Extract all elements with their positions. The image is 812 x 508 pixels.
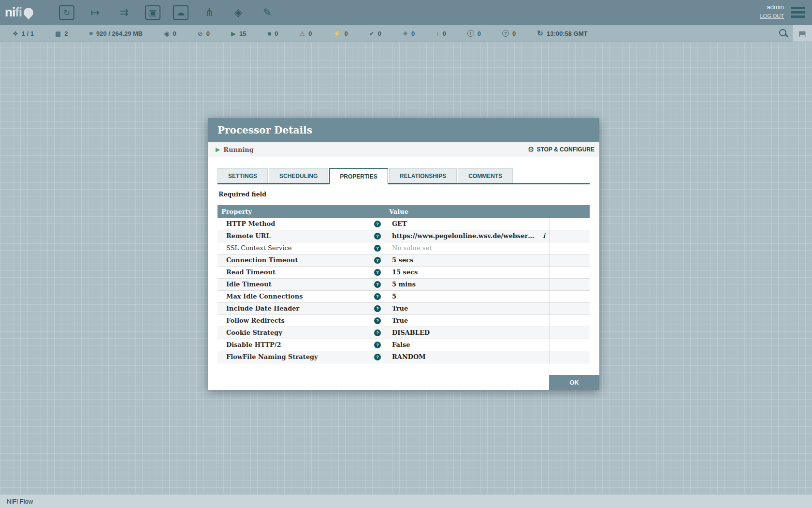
- property-value: RANDOM: [392, 353, 426, 360]
- search-button[interactable]: [779, 29, 788, 38]
- property-value-cell: 5: [385, 291, 550, 302]
- help-icon[interactable]: ?: [374, 305, 381, 312]
- nifi-logo: nifi: [5, 5, 33, 20]
- property-name: Include Date Header: [226, 305, 299, 312]
- stop-configure-icon: ⚙: [528, 145, 534, 154]
- property-name-cell: Connection Timeout?: [218, 254, 385, 266]
- tab-properties[interactable]: PROPERTIES: [329, 168, 388, 184]
- top-toolbar: nifi ↻↦⇉▣☁⋔◈✎ admin LOG OUT: [0, 0, 812, 25]
- tab-comments[interactable]: COMMENTS: [458, 168, 513, 183]
- property-value: https://www.pegelonline.wsv.de/webservic…: [392, 232, 550, 239]
- property-row-spacer: [550, 327, 590, 339]
- property-row-spacer: [550, 267, 590, 278]
- tab-settings[interactable]: SETTINGS: [218, 168, 268, 183]
- property-row-spacer: [550, 303, 590, 314]
- processor-icon[interactable]: ↻: [59, 5, 74, 20]
- tab-scheduling[interactable]: SCHEDULING: [269, 168, 328, 183]
- status-sync-failure: ?0: [502, 30, 516, 37]
- property-column-header: Property: [218, 205, 385, 218]
- property-value: True: [392, 317, 408, 324]
- property-name-cell: HTTP Method?: [218, 218, 385, 230]
- invalid-icon: ⚠: [299, 30, 305, 37]
- help-icon[interactable]: ?: [374, 317, 381, 324]
- stale-icon: ↑: [436, 30, 439, 37]
- label-icon[interactable]: ✎: [259, 4, 276, 21]
- property-row-spacer: [550, 242, 590, 254]
- help-icon[interactable]: ?: [374, 257, 381, 264]
- status-sync-failure-count: 0: [512, 30, 516, 37]
- logout-link[interactable]: LOG OUT: [760, 12, 784, 20]
- help-icon[interactable]: ?: [374, 293, 381, 300]
- status-invalid: ⚠0: [299, 30, 312, 37]
- output-port-icon[interactable]: ⇉: [116, 4, 132, 21]
- ok-button[interactable]: OK: [549, 375, 599, 390]
- threads-icon: ▦: [55, 30, 61, 37]
- property-name-cell: Follow Redirects?: [218, 315, 385, 327]
- property-value: 15 secs: [392, 269, 418, 276]
- status-transmitting-count: 0: [173, 30, 176, 37]
- running-icon: ▶: [216, 146, 220, 153]
- property-row: Include Date Header?True: [218, 303, 590, 315]
- value-column-header: Value: [385, 205, 550, 218]
- property-value-cell: No value set: [385, 242, 550, 254]
- stop-and-configure-button[interactable]: ⚙ STOP & CONFIGURE: [528, 142, 594, 157]
- property-row: Max Idle Connections?5: [218, 291, 590, 303]
- nifi-drop-icon: [22, 5, 35, 19]
- property-name: FlowFile Naming Strategy: [226, 353, 318, 360]
- property-value: DISABLED: [392, 329, 430, 336]
- help-icon[interactable]: ?: [374, 354, 381, 360]
- remote-process-group-icon[interactable]: ☁: [173, 5, 188, 20]
- process-group-icon[interactable]: ▣: [145, 5, 160, 20]
- status-stale: ↑0: [436, 30, 446, 37]
- status-cluster-count: 1 / 1: [22, 30, 34, 37]
- status-disabled: ⚡0: [333, 30, 348, 37]
- property-value-cell: False: [385, 339, 550, 351]
- property-row: FlowFile Naming Strategy?RANDOM: [218, 351, 590, 363]
- queued-icon: ≡: [89, 30, 93, 37]
- properties-table: Property Value HTTP Method?GETRemote URL…: [218, 205, 590, 364]
- disabled-icon: ⚡: [333, 30, 341, 37]
- property-value: 5 mins: [392, 281, 416, 288]
- processor-details-dialog: Processor Details ▶ Running ⚙ STOP & CON…: [208, 118, 599, 390]
- property-name-cell: Include Date Header?: [218, 303, 385, 314]
- template-icon[interactable]: ◈: [230, 4, 246, 21]
- property-name: HTTP Method: [226, 220, 275, 227]
- property-name: Read Timeout: [226, 269, 276, 276]
- logo-text: nifi: [5, 5, 22, 20]
- status-up-to-date-count: 0: [378, 30, 381, 37]
- status-stale-count: 0: [443, 30, 446, 37]
- property-row-spacer: [550, 363, 590, 364]
- stopped-icon: ■: [267, 30, 271, 37]
- status-stopped-count: 0: [275, 30, 278, 37]
- property-row: SSL Context Service?No value set: [218, 242, 590, 254]
- property-value-cell: RANDOM: [385, 351, 550, 363]
- last-refreshed-time: 13:00:58 GMT: [547, 30, 588, 37]
- help-icon[interactable]: ?: [374, 245, 381, 252]
- breadcrumb-root[interactable]: NiFi Flow: [7, 498, 33, 505]
- funnel-icon[interactable]: ⋔: [201, 4, 218, 21]
- document-icon: ▤: [798, 29, 806, 38]
- dialog-title: Processor Details: [218, 118, 599, 142]
- global-menu-button[interactable]: [791, 7, 805, 20]
- help-icon[interactable]: ?: [374, 342, 381, 348]
- tab-relationships[interactable]: RELATIONSHIPS: [389, 168, 457, 183]
- flow-settings-button[interactable]: ▤: [793, 25, 812, 42]
- help-icon[interactable]: ?: [374, 221, 381, 227]
- status-up-to-date: ✔0: [369, 30, 381, 37]
- status-queued: ≡920 / 264.29 MB: [89, 30, 143, 37]
- property-value-cell: https://www.pegelonline.wsv.de/webservic…: [385, 230, 550, 242]
- help-icon[interactable]: ?: [374, 233, 381, 239]
- property-value: False: [392, 341, 410, 348]
- refresh-control[interactable]: ↻ 13:00:58 GMT: [537, 29, 587, 38]
- info-icon[interactable]: i: [543, 230, 545, 242]
- property-value: GET: [392, 220, 407, 227]
- property-row: HTTP Method?GET: [218, 218, 590, 230]
- up-to-date-icon: ✔: [369, 30, 375, 37]
- property-row: Idle Timeout?5 mins: [218, 279, 590, 291]
- input-port-icon[interactable]: ↦: [87, 4, 103, 21]
- help-icon[interactable]: ?: [374, 281, 381, 288]
- help-icon[interactable]: ?: [374, 269, 381, 276]
- property-name: Follow Redirects: [226, 317, 285, 324]
- help-icon[interactable]: ?: [374, 329, 381, 336]
- status-locally-modified-count: 0: [411, 30, 415, 37]
